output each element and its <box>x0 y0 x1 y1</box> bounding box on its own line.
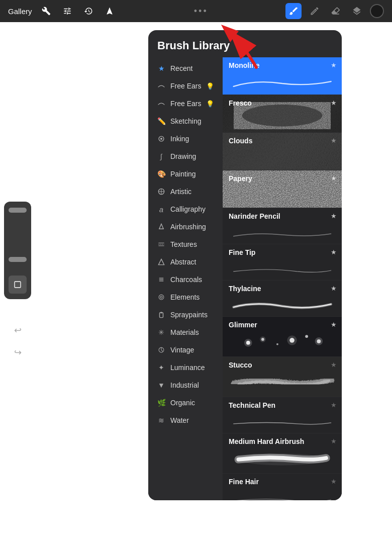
category-spraypaints[interactable]: Spraypaints <box>150 306 221 323</box>
category-free-ears-2-label: Free Ears <box>170 100 201 108</box>
category-vintage[interactable]: Vintage <box>150 341 221 358</box>
svg-point-31 <box>305 335 308 338</box>
brush-papery-star: ★ <box>331 174 337 182</box>
category-free-ears-1-label: Free Ears <box>170 82 201 90</box>
svg-point-33 <box>315 337 323 345</box>
svg-point-28 <box>276 343 278 345</box>
category-painting[interactable]: 🎨 Painting <box>150 165 221 183</box>
brush-fresco-label: Fresco <box>229 99 252 107</box>
brush-technical-pen-star: ★ <box>331 401 337 409</box>
category-artistic-label: Artistic <box>170 188 191 196</box>
brush-fresco-star: ★ <box>331 99 337 107</box>
charcoals-icon <box>156 275 166 285</box>
brush-panel-content: ★ Recent Free Ears 💡 Free Ears <box>148 57 342 500</box>
adjust-icon[interactable] <box>60 4 74 18</box>
svg-point-27 <box>260 336 266 342</box>
eraser-tool-icon[interactable] <box>328 3 344 19</box>
category-inking[interactable]: Inking <box>150 130 221 147</box>
brush-stucco[interactable]: Stucco ★ <box>223 357 342 397</box>
category-painting-label: Painting <box>170 170 196 178</box>
gallery-button[interactable]: Gallery <box>8 7 32 16</box>
history-icon[interactable] <box>81 4 95 18</box>
category-materials[interactable]: ✳ Materials <box>150 324 221 341</box>
brush-fine-hair-star: ★ <box>331 478 337 485</box>
airbrushing-icon <box>156 222 166 232</box>
brush-fresco[interactable]: Fresco ★ <box>223 95 342 133</box>
brush-medium-hard-airbrush[interactable]: Medium Hard Airbrush ★ <box>223 433 342 474</box>
category-abstract-label: Abstract <box>170 258 196 266</box>
brush-monoline[interactable]: Monoline ★ <box>223 57 342 95</box>
luminance-icon: ✦ <box>156 363 166 373</box>
brush-tool-icon[interactable] <box>285 3 302 19</box>
square-button[interactable] <box>9 276 27 294</box>
brush-thylacine[interactable]: Thylacine ★ <box>223 281 342 317</box>
category-artistic[interactable]: Artistic <box>150 183 221 200</box>
brush-clouds[interactable]: Clouds ★ <box>223 133 342 170</box>
category-drawing[interactable]: ∫ Drawing <box>150 148 221 165</box>
category-charcoals[interactable]: Charcoals <box>150 271 221 288</box>
left-sidebar: ↩ ↪ <box>0 22 35 543</box>
smudge-tool-icon[interactable] <box>307 3 323 19</box>
svg-point-2 <box>160 138 162 140</box>
category-sketching-label: Sketching <box>170 117 201 125</box>
top-bar-right <box>285 3 384 19</box>
brush-technical-pen-label: Technical Pen <box>229 401 275 409</box>
brush-list: Monoline ★ Fresco ★ <box>223 57 342 500</box>
brush-glimmer-star: ★ <box>331 321 337 328</box>
elements-icon <box>156 292 166 302</box>
layers-tool-icon[interactable] <box>349 3 365 19</box>
category-calligraphy[interactable]: a Calligraphy <box>150 201 221 218</box>
category-free-ears-2[interactable]: Free Ears 💡 <box>150 95 221 112</box>
brush-fine-tip-star: ★ <box>331 248 337 256</box>
brush-fine-tip-label: Fine Tip <box>229 248 255 256</box>
wrench-icon[interactable] <box>39 4 53 18</box>
undo-button[interactable]: ↩ <box>9 321 27 339</box>
navigation-icon[interactable] <box>103 4 117 18</box>
category-free-ears-1[interactable]: Free Ears 💡 <box>150 77 221 95</box>
brush-papery[interactable]: Papery ★ <box>223 170 342 208</box>
category-sketching[interactable]: ✏️ Sketching <box>150 113 221 130</box>
sketching-icon: ✏️ <box>156 116 166 126</box>
category-charcoals-label: Charcoals <box>170 276 202 284</box>
category-airbrushing[interactable]: Airbrushing <box>150 218 221 235</box>
brush-glimmer[interactable]: Glimmer ★ <box>223 317 342 357</box>
category-elements[interactable]: Elements <box>150 289 221 306</box>
category-luminance[interactable]: ✦ Luminance <box>150 359 221 376</box>
brush-stucco-label: Stucco <box>229 361 252 369</box>
redo-button[interactable]: ↪ <box>9 343 27 361</box>
category-industrial[interactable]: ▼ Industrial <box>150 377 221 394</box>
brush-fine-tip[interactable]: Fine Tip ★ <box>223 244 342 281</box>
brush-narinder-pencil-label: Narinder Pencil <box>229 212 280 220</box>
brush-medium-hard-airbrush-label: Medium Hard Airbrush <box>229 437 304 445</box>
category-abstract[interactable]: Abstract <box>150 253 221 270</box>
color-picker[interactable] <box>370 4 384 18</box>
category-recent-label: Recent <box>170 64 192 72</box>
opacity-slider[interactable] <box>9 257 27 262</box>
brush-thylacine-label: Thylacine <box>229 285 261 293</box>
industrial-icon: ▼ <box>156 380 166 390</box>
brush-library-panel: Brush Library ★ Recent Free Ears 💡 <box>148 30 342 500</box>
brush-narinder-pencil[interactable]: Narinder Pencil ★ <box>223 208 342 244</box>
category-water-label: Water <box>170 416 189 424</box>
category-industrial-label: Industrial <box>170 381 199 389</box>
size-slider[interactable] <box>9 208 27 213</box>
brush-thylacine-star: ★ <box>331 285 337 292</box>
brush-monoline-label: Monoline <box>229 61 259 69</box>
brush-fine-hair[interactable]: Fine Hair ★ <box>223 474 342 500</box>
category-organic[interactable]: 🌿 Organic <box>150 394 221 411</box>
category-water[interactable]: ≋ Water <box>150 412 221 429</box>
drawing-icon: ∫ <box>156 151 166 161</box>
category-recent[interactable]: ★ Recent <box>150 60 221 77</box>
category-textures[interactable]: Textures <box>150 236 221 253</box>
category-luminance-label: Luminance <box>170 364 205 372</box>
svg-marker-6 <box>159 224 163 229</box>
brush-technical-pen[interactable]: Technical Pen ★ <box>223 397 342 433</box>
brush-narinder-pencil-star: ★ <box>331 212 337 220</box>
svg-point-25 <box>244 339 252 347</box>
free-ears-2-icon <box>156 99 166 109</box>
sidebar-track <box>4 202 31 299</box>
svg-rect-16 <box>160 313 163 318</box>
brush-stucco-star: ★ <box>331 361 337 369</box>
calligraphy-icon: a <box>156 204 166 214</box>
svg-point-30 <box>287 335 297 345</box>
